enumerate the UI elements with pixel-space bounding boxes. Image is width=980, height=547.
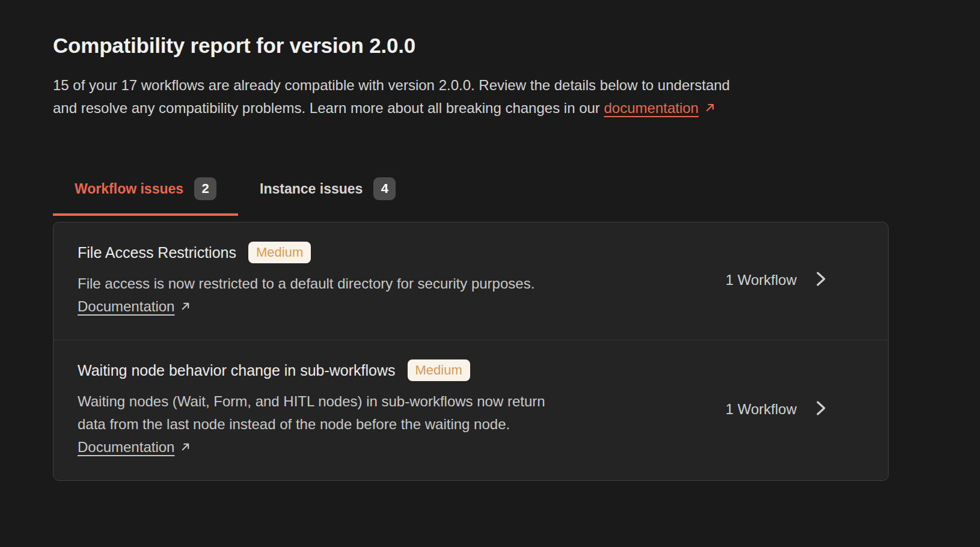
chevron-right-icon[interactable] (813, 400, 828, 419)
issue-description: Waiting nodes (Wait, Form, and HITL node… (78, 390, 702, 436)
issue-description: File access is now restricted to a defau… (78, 272, 702, 295)
tab-workflow-issues-label: Workflow issues (75, 181, 183, 197)
workflow-count-label: 1 Workflow (726, 401, 797, 418)
issue-title: Waiting node behavior change in sub-work… (78, 362, 396, 379)
tab-workflow-issues[interactable]: Workflow issues 2 (53, 174, 238, 216)
workflow-count-label: 1 Workflow (726, 272, 797, 289)
external-link-icon (704, 97, 716, 120)
issue-title: File Access Restrictions (78, 244, 236, 261)
issue-content: Waiting node behavior change in sub-work… (78, 359, 702, 459)
issue-content: File Access Restrictions Medium File acc… (78, 242, 702, 318)
external-link-icon (180, 436, 191, 459)
page-description: 15 of your 17 workflows are already comp… (53, 74, 980, 120)
tab-instance-issues-label: Instance issues (260, 181, 363, 197)
page-title: Compatibility report for version 2.0.0 (53, 34, 980, 58)
compatibility-report-page: Compatibility report for version 2.0.0 1… (0, 0, 980, 481)
issue-row-waiting-node-behavior[interactable]: Waiting node behavior change in sub-work… (54, 340, 888, 480)
workflow-count-button[interactable]: 1 Workflow (726, 270, 828, 290)
severity-badge: Medium (408, 359, 470, 381)
tab-instance-issues[interactable]: Instance issues 4 (238, 174, 417, 216)
issue-documentation-link[interactable]: Documentation (78, 295, 191, 318)
page-description-line-2: and resolve any compatibility problems. … (53, 97, 980, 120)
issue-documentation-link[interactable]: Documentation (78, 436, 191, 459)
issue-row-file-access-restrictions[interactable]: File Access Restrictions Medium File acc… (54, 222, 888, 340)
tab-instance-issues-count-badge: 4 (373, 177, 396, 200)
severity-badge: Medium (248, 242, 311, 263)
chevron-right-icon[interactable] (813, 270, 828, 290)
page-description-line-1: 15 of your 17 workflows are already comp… (53, 74, 980, 97)
external-link-icon (180, 296, 191, 319)
issues-tab-bar: Workflow issues 2 Instance issues 4 (53, 174, 980, 216)
tab-workflow-issues-count-badge: 2 (194, 177, 216, 200)
workflow-count-button[interactable]: 1 Workflow (726, 400, 828, 419)
workflow-issues-panel: File Access Restrictions Medium File acc… (53, 222, 889, 481)
documentation-link[interactable]: documentation (604, 97, 716, 120)
